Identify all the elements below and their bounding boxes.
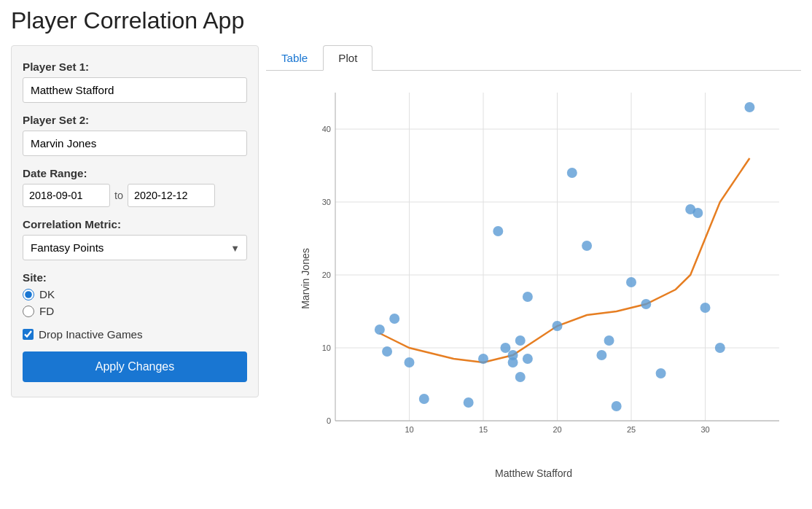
svg-text:40: 40 — [322, 125, 331, 133]
svg-point-44 — [641, 299, 651, 309]
site-field: Site: DK FD — [23, 271, 247, 317]
tab-bar: Table Plot — [266, 45, 801, 71]
svg-point-22 — [375, 325, 385, 335]
drop-inactive-checkbox-label[interactable]: Drop Inactive Games — [23, 328, 247, 341]
svg-point-42 — [612, 401, 622, 411]
svg-point-26 — [419, 394, 429, 404]
site-dk-option[interactable]: DK — [23, 288, 247, 300]
svg-text:0: 0 — [327, 416, 331, 425]
svg-text:10: 10 — [322, 343, 331, 352]
x-axis-label: Matthew Stafford — [495, 467, 572, 479]
scatter-plot: 0102030401015202530 — [306, 82, 794, 450]
site-fd-option[interactable]: FD — [23, 305, 247, 317]
sidebar: Player Set 1: Player Set 2: Date Range: … — [11, 45, 259, 397]
svg-point-45 — [656, 368, 666, 378]
svg-point-38 — [567, 168, 577, 178]
date-to-input[interactable] — [128, 184, 215, 207]
date-from-input[interactable] — [23, 184, 110, 207]
site-fd-radio[interactable] — [23, 306, 34, 317]
svg-point-40 — [596, 350, 606, 360]
svg-point-27 — [464, 397, 474, 408]
svg-point-30 — [500, 343, 510, 353]
player-set-2-field: Player Set 2: — [23, 114, 247, 156]
drop-inactive-checkbox[interactable] — [23, 329, 34, 340]
apply-changes-button[interactable]: Apply Changes — [23, 351, 247, 382]
svg-text:10: 10 — [405, 425, 413, 434]
svg-point-33 — [515, 335, 526, 346]
svg-point-37 — [553, 321, 563, 331]
site-dk-label: DK — [39, 288, 55, 300]
svg-point-24 — [389, 314, 399, 324]
svg-text:30: 30 — [322, 198, 331, 206]
correlation-metric-select[interactable]: Fantasy Points DK Points FD Points Recei… — [23, 235, 247, 260]
site-label: Site: — [23, 271, 247, 284]
player-set-1-label: Player Set 1: — [23, 61, 247, 73]
svg-point-25 — [405, 357, 415, 368]
site-fd-label: FD — [39, 305, 54, 317]
date-separator: to — [114, 190, 123, 201]
player-set-1-field: Player Set 1: — [23, 61, 247, 103]
svg-point-35 — [523, 292, 533, 302]
chart-container: Marvin Jones 0102030401015202530 Matthew… — [266, 71, 801, 486]
content-area: Table Plot Marvin Jones 0102030401015202… — [266, 45, 801, 486]
y-axis-label: Marvin Jones — [300, 248, 311, 309]
svg-point-23 — [382, 346, 392, 357]
svg-point-48 — [700, 303, 711, 313]
player-set-2-label: Player Set 2: — [23, 114, 247, 126]
svg-point-28 — [478, 354, 488, 364]
site-dk-radio[interactable] — [23, 289, 34, 300]
date-range-label: Date Range: — [23, 167, 247, 179]
svg-text:20: 20 — [553, 425, 561, 434]
svg-point-41 — [604, 335, 614, 346]
svg-point-49 — [715, 343, 725, 353]
tab-table[interactable]: Table — [266, 45, 323, 70]
player-set-1-input[interactable] — [23, 77, 247, 103]
tab-plot[interactable]: Plot — [323, 45, 372, 71]
svg-point-29 — [493, 226, 503, 236]
app-title: Player Correlation App — [11, 7, 801, 34]
svg-point-50 — [744, 102, 754, 112]
player-set-2-input[interactable] — [23, 131, 247, 156]
svg-text:30: 30 — [700, 425, 709, 434]
correlation-metric-field: Correlation Metric: Fantasy Points DK Po… — [23, 218, 247, 260]
svg-text:25: 25 — [627, 425, 636, 434]
svg-point-43 — [626, 277, 636, 287]
svg-point-47 — [692, 208, 703, 218]
svg-text:20: 20 — [322, 271, 331, 279]
svg-point-34 — [515, 372, 526, 382]
svg-text:15: 15 — [479, 425, 488, 434]
svg-point-32 — [508, 357, 518, 368]
correlation-metric-label: Correlation Metric: — [23, 218, 247, 230]
svg-point-39 — [582, 241, 592, 251]
drop-inactive-label: Drop Inactive Games — [39, 328, 143, 341]
date-range-field: Date Range: to — [23, 167, 247, 207]
svg-point-36 — [523, 354, 533, 364]
site-radio-group: DK FD — [23, 288, 247, 317]
